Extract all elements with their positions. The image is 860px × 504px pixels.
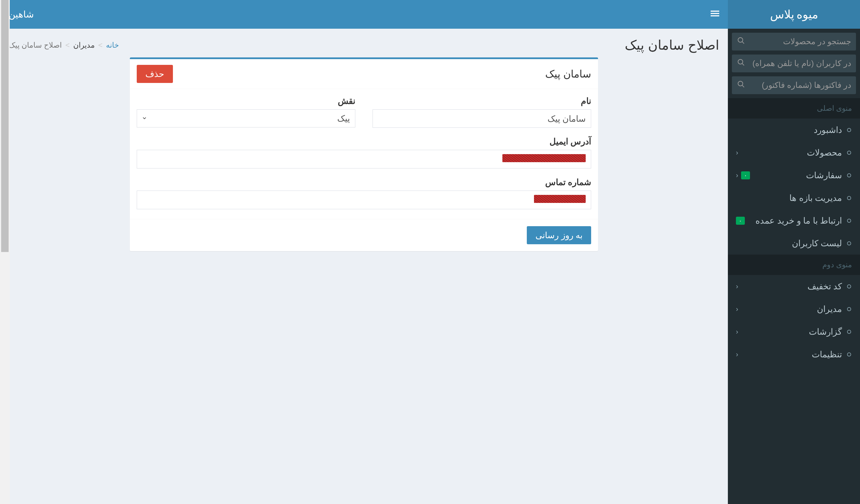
svg-line-3: [742, 63, 744, 65]
bullet-icon: [847, 353, 851, 356]
sidebar-item[interactable]: سفارشات۰‹: [728, 164, 860, 187]
svg-rect-7: [711, 13, 719, 14]
search-icon[interactable]: [737, 80, 745, 90]
bullet-icon: [847, 330, 851, 334]
bullet-icon: [847, 173, 851, 177]
chevron-left-icon: ‹: [736, 328, 738, 336]
sidebar-item-label: تنظیمات: [741, 349, 842, 359]
search-users: [732, 55, 856, 72]
chevron-left-icon: ‹: [736, 149, 738, 157]
breadcrumb: خانه مدیران اصلاح سامان پیک: [9, 41, 119, 50]
name-input[interactable]: [373, 109, 591, 128]
breadcrumb-current: اصلاح سامان پیک: [9, 41, 62, 50]
chevron-left-icon: ‹: [736, 171, 738, 179]
breadcrumb-home[interactable]: خانه: [106, 41, 119, 50]
badge: ۰: [741, 171, 750, 179]
search-products-input[interactable]: [732, 33, 856, 50]
sidebar-item[interactable]: ارتباط با ما و خرید عمده۰: [728, 209, 860, 232]
svg-point-4: [738, 81, 743, 86]
breadcrumb-managers[interactable]: مدیران: [73, 41, 95, 50]
delete-button[interactable]: حذف: [137, 65, 173, 83]
role-select[interactable]: پیک: [137, 109, 355, 128]
sidebar-item[interactable]: محصولات‹: [728, 141, 860, 164]
svg-point-2: [738, 59, 743, 64]
page-scrollbar[interactable]: [0, 0, 10, 504]
email-input[interactable]: [502, 154, 586, 162]
svg-rect-6: [711, 11, 719, 12]
label-phone: شماره تماس: [137, 177, 591, 187]
sidebar-item-label: مدیریت بازه ها: [736, 193, 842, 203]
sidebar-item[interactable]: مدیران‹: [728, 298, 860, 320]
search-invoices: [732, 76, 856, 94]
label-name: نام: [373, 96, 591, 106]
sidebar-item[interactable]: داشبورد: [728, 119, 860, 141]
badge: ۰: [736, 217, 745, 225]
page-title: اصلاح سامان پیک: [625, 37, 719, 53]
sidebar-item-label: گزارشات: [741, 327, 842, 337]
sidebar-item-label: سفارشات: [752, 170, 842, 180]
svg-rect-8: [711, 15, 719, 16]
search-users-input[interactable]: [732, 55, 856, 72]
search-products: [732, 33, 856, 50]
brand-bold: میوه: [797, 8, 818, 21]
sidebar-item[interactable]: مدیریت بازه ها: [728, 187, 860, 209]
edit-box: سامان پیک حذف نام نقش پیک: [130, 57, 598, 251]
bullet-icon: [847, 219, 851, 223]
svg-point-0: [738, 38, 743, 42]
sidebar-item[interactable]: گزارشات‹: [728, 320, 860, 343]
sidebar: میوه پلاس منوی اص: [728, 0, 860, 504]
sidebar-item-label: ارتباط با ما و خرید عمده: [747, 216, 842, 226]
sidebar-item-label: محصولات: [741, 148, 842, 158]
bullet-icon: [847, 284, 851, 288]
svg-line-5: [742, 85, 744, 87]
phone-input[interactable]: [534, 195, 586, 203]
chevron-left-icon: ‹: [736, 351, 738, 358]
sidebar-item-label: داشبورد: [736, 125, 842, 135]
sidebar-item-label: مدیران: [741, 304, 842, 314]
brand-light: پلاس: [770, 8, 794, 21]
bullet-icon: [847, 196, 851, 200]
chevron-left-icon: ‹: [736, 305, 738, 313]
update-button[interactable]: به روز رسانی: [527, 226, 591, 244]
search-icon[interactable]: [737, 59, 745, 69]
svg-line-1: [742, 42, 744, 44]
sidebar-item-label: لیست کاربران: [736, 238, 842, 248]
sidebar-header-main: منوی اصلی: [728, 98, 860, 119]
sidebar-header-second: منوی دوم: [728, 255, 860, 275]
box-title: سامان پیک: [545, 68, 591, 80]
sidebar-item[interactable]: لیست کاربران: [728, 232, 860, 255]
bullet-icon: [847, 128, 851, 132]
menu-toggle-icon[interactable]: [711, 9, 719, 20]
search-invoices-input[interactable]: [732, 76, 856, 94]
topbar: شاهین: [0, 0, 728, 29]
sidebar-item[interactable]: تنظیمات‹: [728, 343, 860, 366]
search-icon[interactable]: [737, 37, 745, 47]
bullet-icon: [847, 151, 851, 155]
bullet-icon: [847, 241, 851, 246]
brand[interactable]: میوه پلاس: [728, 0, 860, 29]
label-email: آدرس ایمیل: [137, 136, 591, 146]
sidebar-item[interactable]: کد تخفیف‹: [728, 275, 860, 298]
topbar-user[interactable]: شاهین: [9, 9, 34, 20]
chevron-left-icon: ‹: [736, 282, 738, 291]
bullet-icon: [847, 307, 851, 311]
sidebar-item-label: کد تخفیف: [741, 281, 842, 291]
label-role: نقش: [137, 96, 355, 106]
